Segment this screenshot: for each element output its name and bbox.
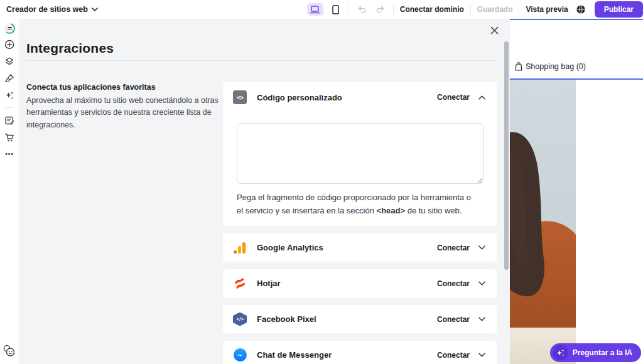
sidebar-item-website-style[interactable]: [0, 70, 19, 87]
sparkles-icon: [4, 90, 14, 100]
sidebar-item-add-element[interactable]: [0, 36, 19, 53]
redo-button[interactable]: [374, 3, 387, 16]
chevron-down-icon[interactable]: [478, 281, 485, 286]
builder-sidebar: •••: [0, 19, 19, 364]
connect-domain-button[interactable]: Conectar dominio: [400, 5, 464, 14]
site-page-background: [576, 80, 643, 364]
more-dots-icon: •••: [5, 151, 14, 158]
mobile-icon: [332, 5, 339, 14]
mobile-view-button[interactable]: [330, 3, 342, 16]
messenger-icon: [234, 348, 247, 361]
integration-row-messenger[interactable]: Chat de Messenger Conectar: [223, 341, 497, 364]
integration-row-custom-code[interactable]: <> Código personalizado Conectar: [223, 82, 497, 112]
sidebar-item-more[interactable]: •••: [0, 146, 19, 163]
title-divider: [26, 60, 496, 61]
paintbrush-icon: [4, 73, 14, 83]
logo-icon: [4, 23, 15, 34]
intro-heading: Conecta tus aplicaciones favoritas: [26, 83, 221, 92]
integration-name: Google Analytics: [257, 243, 323, 252]
ask-ai-button[interactable]: Preguntar a la IA: [550, 343, 641, 362]
toolbar-separator: [393, 5, 394, 14]
blog-edit-icon: [4, 115, 14, 126]
integration-card-google-analytics: Google Analytics Conectar: [223, 233, 497, 262]
builder-menu-label: Creador de sitios web: [6, 5, 88, 14]
facebook-pixel-icon: </>: [233, 313, 247, 326]
redo-icon: [376, 6, 385, 13]
integration-card-messenger: Chat de Messenger Conectar: [223, 341, 497, 364]
sparkles-icon: [553, 345, 568, 360]
integration-card-facebook-pixel: </> Facebook Pixel Conectar: [223, 305, 497, 333]
ask-ai-label: Preguntar a la IA: [573, 348, 632, 357]
undo-icon: [357, 6, 366, 13]
desktop-view-button[interactable]: [307, 3, 323, 16]
top-toolbar: Creador de sitios web Conectar dominio G…: [0, 0, 643, 19]
integration-row-google-analytics[interactable]: Google Analytics Conectar: [223, 233, 497, 262]
undo-button[interactable]: [355, 3, 368, 16]
toolbar-separator: [349, 5, 349, 14]
shopping-bag-icon: [515, 62, 522, 71]
chevron-down-icon[interactable]: [478, 317, 485, 321]
chevron-up-icon[interactable]: [478, 95, 485, 100]
layers-icon: [4, 56, 14, 67]
site-header-section[interactable]: Shopping bag (0): [510, 19, 643, 80]
connect-button[interactable]: Conectar: [437, 93, 470, 102]
hotjar-icon: [234, 277, 246, 289]
intro-body: Aprovecha al máximo tu sitio web conectá…: [26, 95, 221, 131]
chevron-down-icon[interactable]: [478, 245, 485, 250]
sidebar-item-blog[interactable]: [0, 112, 19, 129]
preview-button[interactable]: Vista previa: [526, 5, 568, 14]
hero-photo: [510, 80, 576, 328]
sidebar-divider: [5, 107, 14, 108]
connect-button[interactable]: Conectar: [437, 315, 470, 324]
globe-icon: [576, 4, 586, 14]
integration-name: Facebook Pixel: [257, 314, 316, 324]
integration-name: Chat de Messenger: [257, 350, 332, 360]
custom-code-help-text: Pega el fragmento de código proporcionad…: [237, 191, 475, 217]
panel-scrollbar[interactable]: [504, 41, 509, 270]
add-circle-icon: [4, 40, 14, 50]
toolbar-separator: [470, 5, 471, 14]
intro-text: Conecta tus aplicaciones favoritas Aprov…: [26, 83, 221, 131]
publish-button[interactable]: Publicar: [595, 1, 643, 18]
connect-button[interactable]: Conectar: [437, 244, 470, 252]
sidebar-item-store[interactable]: [0, 129, 19, 146]
shopping-cart-icon: [4, 132, 15, 142]
google-analytics-icon: [234, 242, 246, 254]
shopping-bag-link[interactable]: Shopping bag (0): [515, 62, 586, 71]
integration-name: Código personalizado: [257, 93, 342, 102]
integration-card-hotjar: Hotjar Conectar: [223, 269, 497, 297]
builder-logo[interactable]: [0, 19, 19, 36]
saved-status: Guardado: [477, 5, 513, 14]
custom-code-textarea[interactable]: [237, 123, 484, 184]
integrations-panel: Integraciones Conecta tus aplicaciones f…: [19, 19, 510, 364]
connect-button[interactable]: Conectar: [437, 279, 470, 288]
site-canvas[interactable]: Shopping bag (0): [510, 19, 643, 364]
page-title: Integraciones: [26, 41, 114, 56]
connect-button[interactable]: Conectar: [437, 351, 470, 360]
shopping-bag-label: Shopping bag (0): [526, 62, 586, 71]
desktop-icon: [310, 6, 320, 14]
sidebar-item-ai-tools[interactable]: [0, 87, 19, 104]
integration-name: Hotjar: [257, 279, 281, 288]
custom-code-icon: <>: [233, 90, 247, 104]
close-button[interactable]: [489, 24, 500, 36]
close-icon: [490, 26, 499, 35]
sidebar-item-sections[interactable]: [0, 53, 19, 70]
integration-row-hotjar[interactable]: Hotjar Conectar: [223, 269, 497, 297]
toolbar-separator: [519, 5, 519, 14]
integration-card-custom-code: <> Código personalizado Conectar Pega el…: [223, 82, 497, 226]
accessibility-widget-icon[interactable]: [3, 344, 16, 360]
chevron-down-icon: [92, 8, 98, 11]
language-globe-button[interactable]: [575, 3, 587, 16]
toolbar-actions: Conectar dominio Guardado Vista previa P…: [307, 0, 643, 19]
integration-row-facebook-pixel[interactable]: </> Facebook Pixel Conectar: [223, 305, 497, 333]
chevron-down-icon[interactable]: [478, 353, 485, 357]
builder-menu[interactable]: Creador de sitios web: [6, 0, 98, 19]
integrations-list: <> Código personalizado Conectar Pega el…: [223, 82, 497, 364]
